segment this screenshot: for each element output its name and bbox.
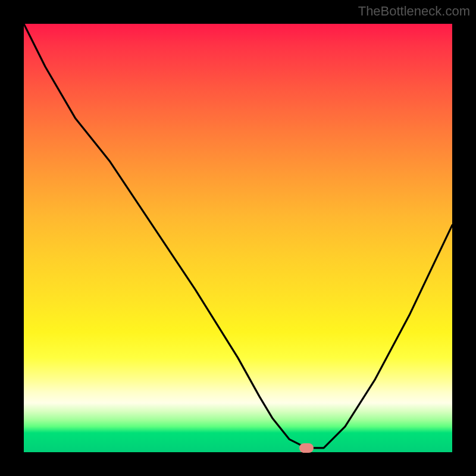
bottleneck-curve-path: [24, 24, 452, 448]
watermark-text: TheBottleneck.com: [358, 4, 470, 19]
optimal-point-marker: [299, 443, 314, 453]
chart-curve: [24, 24, 452, 452]
